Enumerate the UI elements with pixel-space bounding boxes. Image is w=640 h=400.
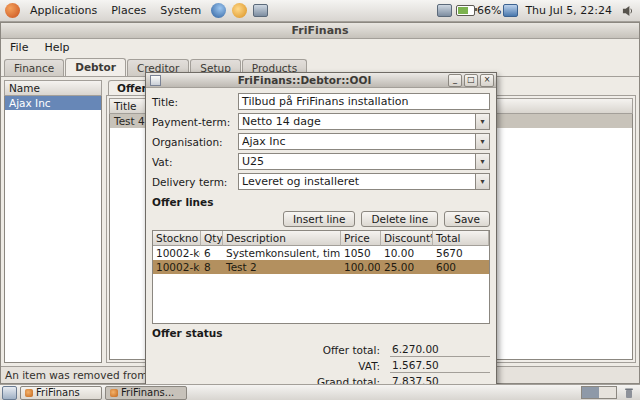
vat-total-value: 1.567.50 xyxy=(390,359,490,373)
gnome-bottom-panel: FriFinans FriFinans... xyxy=(0,384,640,400)
title-input-value: Tilbud på FriFinans installation xyxy=(242,95,408,108)
tab-finance[interactable]: Finance xyxy=(4,59,64,76)
payment-term-select[interactable]: Netto 14 dage ▾ xyxy=(238,113,490,130)
col-qty[interactable]: Qty xyxy=(201,231,223,246)
chevron-down-icon[interactable]: ▾ xyxy=(475,114,489,129)
menubar: File Help xyxy=(1,39,639,56)
chevron-down-icon[interactable]: ▾ xyxy=(475,154,489,169)
system-menu[interactable]: System xyxy=(154,2,207,19)
minimize-button[interactable]: _ xyxy=(448,74,462,87)
offer-total-value: 6.270.00 xyxy=(390,343,490,357)
volume-icon[interactable] xyxy=(622,5,634,17)
dialog-app-icon xyxy=(150,75,161,86)
chevron-down-icon[interactable]: ▾ xyxy=(475,174,489,189)
dialog-title: FriFinans::Debtor::OOI xyxy=(163,74,446,86)
col-total[interactable]: Total xyxy=(433,231,489,246)
network-applet-icon[interactable] xyxy=(503,4,518,17)
applications-menu[interactable]: Applications xyxy=(24,2,103,19)
name-column-header[interactable]: Name xyxy=(4,80,102,96)
places-menu[interactable]: Places xyxy=(105,2,152,19)
offer-lines-table[interactable]: Stockno Qty Description Price Discount% … xyxy=(152,230,490,324)
window-title: FriFinans xyxy=(292,24,349,37)
delivery-term-select[interactable]: Leveret og installeret ▾ xyxy=(238,173,490,190)
col-stockno[interactable]: Stockno xyxy=(153,231,201,246)
organisation-label: Organisation: xyxy=(152,136,238,148)
offer-lines-heading: Offer lines xyxy=(152,196,490,208)
delivery-term-label: Delivery term: xyxy=(152,176,238,188)
cell-discount: 25.00 xyxy=(381,260,433,274)
cell-price: 100.00 xyxy=(341,260,381,274)
delete-line-button[interactable]: Delete line xyxy=(361,211,438,227)
title-input[interactable]: Tilbud på FriFinans installation xyxy=(238,93,490,110)
cell-price: 1050 xyxy=(341,246,381,260)
desktop: Applications Places System 66% Thu Jul 5… xyxy=(0,0,640,400)
col-price[interactable]: Price xyxy=(341,231,381,246)
dialog-body: Title: Tilbud på FriFinans installation … xyxy=(146,88,496,397)
vat-total-label: VAT: xyxy=(358,360,380,372)
tab-debtor[interactable]: Debtor xyxy=(65,58,126,76)
table-row-selected[interactable]: 10002-kc 8 Test 2 100.00 25.00 600 xyxy=(153,260,489,274)
show-desktop-icon[interactable] xyxy=(2,386,17,400)
offer-status-heading: Offer status xyxy=(152,327,490,339)
close-button[interactable]: × xyxy=(480,74,494,87)
chevron-down-icon[interactable]: ▾ xyxy=(475,134,489,149)
task-label: FriFinans xyxy=(36,387,80,398)
vat-label: Vat: xyxy=(152,156,238,168)
app-icon xyxy=(110,389,118,397)
offer-total-label: Offer total: xyxy=(323,344,380,356)
cell-qty: 8 xyxy=(201,260,223,274)
workspace-switcher[interactable] xyxy=(581,386,617,399)
organisation-select[interactable]: Ajax Inc ▾ xyxy=(238,133,490,150)
workspace-1[interactable] xyxy=(582,387,599,398)
clock-applet[interactable]: Thu Jul 5, 22:24 xyxy=(520,4,617,17)
distro-logo-icon[interactable] xyxy=(5,3,20,18)
task-label: FriFinans... xyxy=(121,387,174,398)
browser-launcher-icon[interactable] xyxy=(211,3,226,18)
organisation-value: Ajax Inc xyxy=(242,135,475,148)
cell-stockno: 10002-kc xyxy=(153,246,201,260)
cell-total: 600 xyxy=(433,260,489,274)
debtor-list-item[interactable]: Ajax Inc xyxy=(5,96,101,110)
maximize-button[interactable]: □ xyxy=(464,74,478,87)
vat-select[interactable]: U25 ▾ xyxy=(238,153,490,170)
cell-description: Test 2 xyxy=(223,260,341,274)
cell-total: 5670 xyxy=(433,246,489,260)
col-description[interactable]: Description xyxy=(223,231,341,246)
cell-qty: 6 xyxy=(201,246,223,260)
debtor-list[interactable]: Ajax Inc xyxy=(4,96,102,363)
payment-term-value: Netto 14 dage xyxy=(242,115,475,128)
ooi-dialog: FriFinans::Debtor::OOI _ □ × Title: Tilb… xyxy=(145,72,497,398)
app-icon xyxy=(25,389,33,397)
trash-icon[interactable] xyxy=(623,387,635,399)
battery-icon[interactable] xyxy=(456,5,475,16)
workspace-2[interactable] xyxy=(599,387,616,398)
window-titlebar[interactable]: FriFinans xyxy=(1,23,639,39)
cell-discount: 10.00 xyxy=(381,246,433,260)
delivery-term-value: Leveret og installeret xyxy=(242,175,475,188)
payment-term-label: Payment-term: xyxy=(152,116,238,128)
task-button-frifinans-dialog[interactable]: FriFinans... xyxy=(105,386,187,400)
help-launcher-icon[interactable] xyxy=(232,3,247,18)
save-button[interactable]: Save xyxy=(444,211,490,227)
offer-lines-buttons: Insert line Delete line Save xyxy=(152,211,490,227)
screenshot-applet-icon[interactable] xyxy=(253,4,268,17)
file-menu[interactable]: File xyxy=(3,40,35,55)
table-row[interactable]: 10002-kc 6 Systemkonsulent, timer 1050 1… xyxy=(153,246,489,260)
task-button-frifinans[interactable]: FriFinans xyxy=(20,386,102,400)
battery-percentage: 66% xyxy=(477,4,501,17)
display-applet-icon[interactable] xyxy=(437,4,452,17)
cell-stockno: 10002-kc xyxy=(153,260,201,274)
vat-value: U25 xyxy=(242,155,475,168)
insert-line-button[interactable]: Insert line xyxy=(283,211,355,227)
title-field-label: Title: xyxy=(152,96,238,108)
col-discount[interactable]: Discount% xyxy=(381,231,433,246)
gnome-top-panel: Applications Places System 66% Thu Jul 5… xyxy=(0,0,640,22)
help-menu[interactable]: Help xyxy=(37,40,76,55)
dialog-titlebar[interactable]: FriFinans::Debtor::OOI _ □ × xyxy=(146,73,496,88)
cell-description: Systemkonsulent, timer xyxy=(223,246,341,260)
debtor-list-pane: Name Ajax Inc xyxy=(4,80,102,363)
table-header-row: Stockno Qty Description Price Discount% … xyxy=(153,231,489,246)
